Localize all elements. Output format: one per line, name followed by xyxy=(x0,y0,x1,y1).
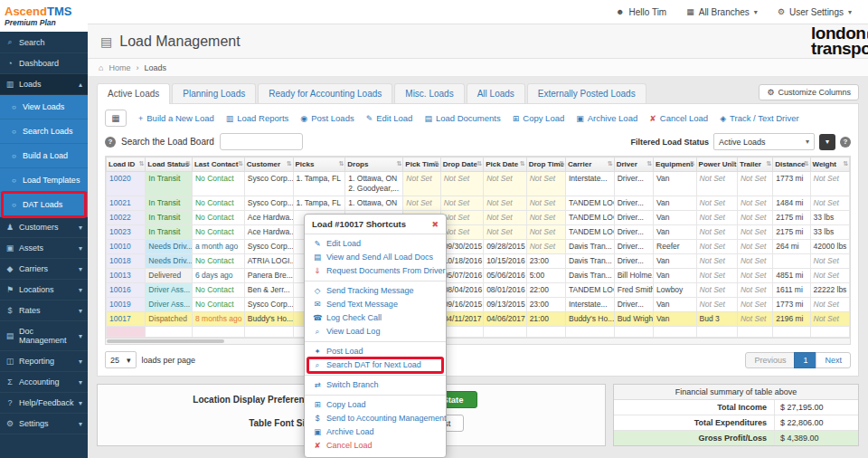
column-last-contact[interactable]: Last Contact⇅ xyxy=(192,157,244,172)
cell-load-id[interactable]: 10023 xyxy=(107,225,146,240)
column-weight[interactable]: Weight⇅ xyxy=(810,157,850,172)
popup-item-post-load[interactable]: ✦Post Load xyxy=(305,345,446,358)
popup-item-search-dat-for-next-load[interactable]: ⌕Search DAT for Next Load xyxy=(305,358,446,372)
customize-columns-button[interactable]: ⚙Customize Columns xyxy=(759,84,859,100)
next-page-button[interactable]: Next xyxy=(816,352,851,368)
toolbar-build-a-new-load[interactable]: +Build a New Load xyxy=(138,113,214,123)
all-branches-menu[interactable]: ▦All Branches▾ xyxy=(686,7,758,17)
column-load-id[interactable]: Load ID⇅ xyxy=(107,157,146,172)
toolbar-post-loads[interactable]: ◉Post Loads xyxy=(300,113,354,123)
sidebar-subitem-build-a-load[interactable]: ○Build a Load xyxy=(0,144,88,168)
toolbar-track-text-driver[interactable]: ◈Track / Text Driver xyxy=(720,113,798,123)
user-settings-menu[interactable]: ⚙User Settings▾ xyxy=(778,7,852,17)
popup-item-request-documents-from-driver[interactable]: ⇓Request Documents From Driver xyxy=(305,264,446,278)
popup-item-send-tracking-message[interactable]: ◇Send Tracking Message xyxy=(305,284,446,298)
column-drop-time[interactable]: Drop Time⇅ xyxy=(526,157,565,172)
toolbar-copy-load[interactable]: ⊞Copy Load xyxy=(513,113,565,123)
popup-item-view-load-log[interactable]: ⌕View Load Log xyxy=(305,325,446,339)
close-icon[interactable]: ✖ xyxy=(431,220,439,229)
sidebar-item-accounting[interactable]: ΣAccounting▾ xyxy=(0,372,88,393)
sidebar-item-carriers[interactable]: ◆Carriers▾ xyxy=(0,259,88,280)
column-picks[interactable]: Picks⇅ xyxy=(293,157,345,172)
sidebar-item-help-feedback[interactable]: ?Help/Feedback▾ xyxy=(0,393,88,414)
sidebar-item-locations[interactable]: ⚑Locations▾ xyxy=(0,280,88,301)
sidebar-subitem-label: DAT Loads xyxy=(23,200,62,209)
search-board-help-icon[interactable]: ? xyxy=(105,137,116,148)
cell-load-id[interactable]: 10018 xyxy=(107,254,146,269)
cell-load-id[interactable]: 10016 xyxy=(107,283,146,298)
column-distance[interactable]: Distance⇅ xyxy=(773,157,810,172)
tab-all-loads[interactable]: All Loads xyxy=(467,83,525,103)
sidebar-subitem-load-templates[interactable]: ○Load Templates xyxy=(0,168,88,193)
sidebar-item-label: Help/Feedback xyxy=(19,398,74,407)
popup-item-send-to-accounting-management[interactable]: $Send to Accounting Management xyxy=(305,412,446,425)
cell-load-id[interactable]: 10020 xyxy=(107,172,146,196)
toolbar-archive-load[interactable]: ▣Archive Load xyxy=(576,113,637,123)
popup-divider xyxy=(305,395,446,396)
sort-icon: ⇅ xyxy=(287,160,292,167)
popup-item-archive-load[interactable]: ▣Archive Load xyxy=(305,425,446,439)
tab-planning-loads[interactable]: Planning Loads xyxy=(172,83,256,103)
sidebar-subitem-view-loads[interactable]: ○View Loads xyxy=(0,95,88,119)
toolbar-load-documents[interactable]: ▤Load Documents xyxy=(424,113,500,123)
cell-load-id[interactable]: 10019 xyxy=(107,298,146,312)
caret-icon: ▾ xyxy=(79,378,82,386)
sidebar-subitem-dat-loads[interactable]: ○DAT Loads xyxy=(0,193,88,217)
sidebar-subitem-search-loads[interactable]: ○Search Loads xyxy=(0,119,88,144)
sidebar-item-customers[interactable]: ♟Customers▾ xyxy=(0,217,88,238)
filter-action-button[interactable]: ▾ xyxy=(819,134,835,150)
popup-item-send-text-message[interactable]: ✉Send Text Message xyxy=(305,298,446,311)
settings-icon: ⚙ xyxy=(5,419,14,428)
tab-misc-loads[interactable]: Misc. Loads xyxy=(394,83,464,103)
column-carrier[interactable]: Carrier⇅ xyxy=(566,157,615,172)
current-page-button[interactable]: 1 xyxy=(794,352,816,368)
tab-externally-posted-loads[interactable]: Externally Posted Loads xyxy=(527,83,646,103)
sidebar-item-reporting[interactable]: ◫Reporting▾ xyxy=(0,351,88,372)
column-power-unit[interactable]: Power Unit⇅ xyxy=(696,157,737,172)
column-trailer[interactable]: Trailer⇅ xyxy=(737,157,772,172)
tab-active-loads[interactable]: Active Loads xyxy=(97,83,170,104)
sidebar-item-loads[interactable]: ▥Loads▴ xyxy=(0,74,88,95)
cell-load-id[interactable]: 10021 xyxy=(107,196,146,211)
column-customer[interactable]: Customer⇅ xyxy=(244,157,293,172)
hello-user-menu[interactable]: ☻Hello Tim xyxy=(616,7,666,17)
column-equipment[interactable]: Equipment⇅ xyxy=(654,157,697,172)
cell-load-id[interactable]: 10022 xyxy=(107,211,146,225)
tab-ready-for-accounting-loads[interactable]: Ready for Accounting Loads xyxy=(258,83,392,103)
cell-load-id[interactable]: 10013 xyxy=(107,269,146,283)
sidebar-item-search[interactable]: ⌕Search xyxy=(0,32,88,53)
sidebar-item-rates[interactable]: $Rates▾ xyxy=(0,301,88,321)
breadcrumb-home[interactable]: Home xyxy=(108,63,130,72)
toolbar-cancel-load[interactable]: ✘Cancel Load xyxy=(649,113,708,123)
sidebar-item-assets[interactable]: ▣Assets▾ xyxy=(0,238,88,259)
column-load-status[interactable]: Load Status⇅ xyxy=(146,157,193,172)
cell-equipment: Van xyxy=(654,254,697,269)
popup-item-view-and-send-all-load-docs[interactable]: ▤View and Send All Load Docs xyxy=(305,251,446,264)
h-scroll-thumb[interactable] xyxy=(107,339,224,343)
cell-load-id[interactable]: 10017 xyxy=(107,312,146,327)
page-size-select[interactable]: 25▾ xyxy=(105,351,137,368)
cell-load-id[interactable]: 10010 xyxy=(107,240,146,254)
popup-item-cancel-load[interactable]: ✘Cancel Load xyxy=(305,439,446,453)
sidebar-item-dashboard[interactable]: ◔Dashboard xyxy=(0,53,88,74)
toolbar-edit-load[interactable]: ✎Edit Load xyxy=(366,113,413,123)
load-status-select[interactable]: Active Loads▾ xyxy=(713,133,815,150)
calendar-button[interactable]: ▦ xyxy=(105,110,127,127)
popup-item-switch-branch[interactable]: ⇄Switch Branch xyxy=(305,378,446,392)
popup-item-log-check-call[interactable]: ☎Log Check Call xyxy=(305,311,446,325)
cell-last-contact: No Contact xyxy=(192,298,244,312)
toolbar-load-reports[interactable]: ▥Load Reports xyxy=(226,113,289,123)
search-board-input[interactable] xyxy=(220,133,303,150)
sidebar-item-settings[interactable]: ⚙Settings▾ xyxy=(0,414,88,434)
column-drops[interactable]: Drops⇅ xyxy=(345,157,403,172)
popup-item-edit-load[interactable]: ✎Edit Load xyxy=(305,237,446,251)
filter-help-icon[interactable]: ? xyxy=(840,137,851,148)
column-driver[interactable]: Driver⇅ xyxy=(614,157,653,172)
sidebar-item-doc-management[interactable]: ▤Doc Management▾ xyxy=(0,321,88,351)
popup-item-copy-load[interactable]: ⊞Copy Load xyxy=(305,398,446,412)
column-pick-time[interactable]: Pick Time⇅ xyxy=(403,157,440,172)
column-pick-date[interactable]: Pick Date⇅ xyxy=(484,157,527,172)
previous-page-button[interactable]: Previous xyxy=(745,352,795,368)
column-drop-date[interactable]: Drop Date⇅ xyxy=(440,157,484,172)
cell-power-unit: Not Set xyxy=(696,298,737,312)
